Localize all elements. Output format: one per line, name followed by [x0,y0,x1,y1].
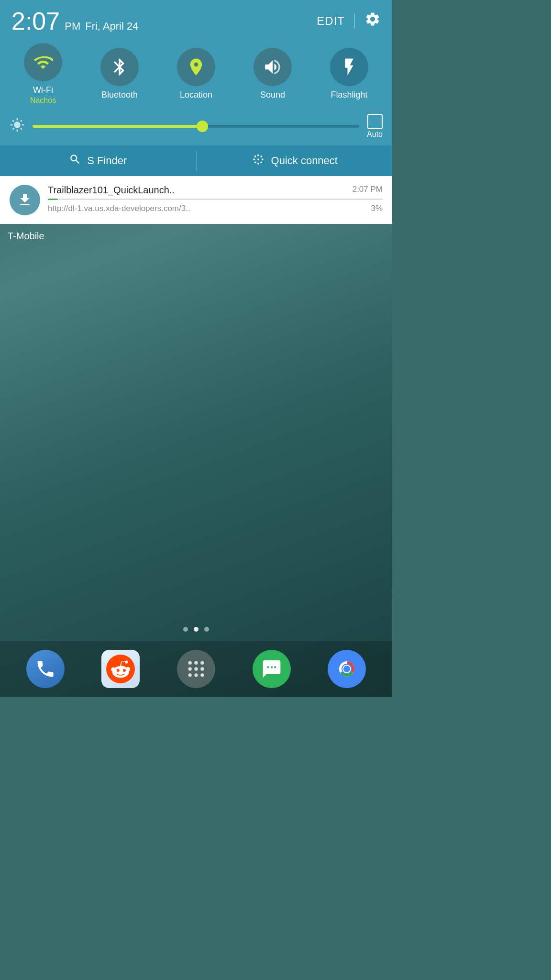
wifi-toggle[interactable]: Wi-Fi Nachos [24,43,62,105]
flashlight-label: Flashlight [331,90,367,100]
svg-point-5 [254,156,256,157]
svg-point-16 [188,673,191,677]
date-display: Fri, April 24 [85,20,138,33]
svg-point-8 [260,161,262,163]
dock-hangouts[interactable] [253,650,291,688]
page-dot-2[interactable] [194,627,198,632]
notification-percent: 3% [371,204,383,213]
svg-point-13 [188,667,191,670]
bluetooth-label: Bluetooth [101,90,138,100]
sound-circle [253,48,292,86]
wifi-label: Wi-Fi [33,85,53,95]
quick-connect-icon [251,152,265,169]
brightness-sun-icon [10,117,25,136]
toggles-row: Wi-Fi Nachos Bluetooth Loc [0,38,392,107]
bluetooth-toggle[interactable]: Bluetooth [100,48,139,100]
quick-connect-button[interactable]: Quick connect [197,145,393,176]
bluetooth-circle [100,48,139,86]
apps-icon [186,658,207,679]
location-toggle[interactable]: Location [177,48,215,100]
s-finder-button[interactable]: S Finder [0,145,196,176]
search-icon [69,153,81,168]
flashlight-toggle[interactable]: Flashlight [330,48,368,100]
flashlight-circle [330,48,368,86]
svg-point-15 [200,667,204,670]
notification-time: 2:07 PM [353,185,383,194]
quick-connect-label: Quick connect [271,155,338,167]
phone-icon [35,658,56,679]
notification-panel: 2:07 PM Fri, April 24 EDIT [0,0,392,248]
sound-toggle[interactable]: Sound [253,48,292,100]
page-dot-3[interactable] [204,627,209,632]
notification-url: http://dl-1.va.us.xda-developers.com/3.. [48,204,190,213]
reddit-icon [106,655,135,683]
quick-settings-panel: 2:07 PM Fri, April 24 EDIT [0,0,392,176]
wifi-network: Nachos [30,96,56,105]
svg-point-0 [257,158,259,160]
svg-point-7 [254,161,256,163]
svg-point-4 [257,163,259,165]
auto-label: Auto [367,130,383,139]
svg-point-12 [200,661,204,665]
notification-content: Trailblazer101_QuickLaunch.. 2:07 PM htt… [48,185,383,213]
s-finder-label: S Finder [87,155,127,167]
settings-icon[interactable] [364,11,381,31]
page-dot-1[interactable] [183,627,188,632]
sound-label: Sound [260,90,285,100]
auto-square-icon [367,114,383,129]
dock-app-drawer[interactable] [177,650,215,688]
hangouts-icon [261,658,282,679]
svg-point-23 [343,666,350,672]
dock [0,641,392,697]
divider [354,14,355,28]
home-screen [0,627,392,697]
clock-ampm: PM [65,20,80,33]
brightness-slider[interactable] [33,125,359,128]
page-indicators [0,627,392,632]
status-bar-right: EDIT [317,11,381,31]
svg-point-6 [260,156,262,157]
svg-point-2 [261,158,263,160]
notification-card[interactable]: Trailblazer101_QuickLaunch.. 2:07 PM htt… [0,176,392,224]
svg-point-10 [188,661,191,665]
svg-point-1 [253,158,255,160]
svg-point-3 [257,154,259,156]
dock-phone[interactable] [26,650,65,688]
brightness-row: Auto [0,107,392,145]
finder-bar: S Finder Quick [0,145,392,176]
notification-url-row: http://dl-1.va.us.xda-developers.com/3..… [48,204,383,213]
download-progress-fill [48,199,58,200]
notification-title: Trailblazer101_QuickLaunch.. [48,185,175,196]
dock-chrome[interactable] [328,650,366,688]
notification-icon [10,185,40,215]
edit-button[interactable]: EDIT [317,14,345,28]
status-bar: 2:07 PM Fri, April 24 EDIT [0,0,392,38]
svg-point-17 [194,673,198,677]
download-progress-bar [48,199,383,200]
location-label: Location [180,90,212,100]
auto-brightness-button[interactable]: Auto [367,114,383,139]
chrome-icon [328,650,366,688]
svg-point-18 [200,673,204,677]
clock-time: 2:07 [11,9,60,33]
location-circle [177,48,215,86]
brightness-fill [33,125,202,128]
status-bar-left: 2:07 PM Fri, April 24 [11,9,138,33]
carrier-label: T-Mobile [0,224,392,248]
svg-point-14 [194,667,198,670]
wifi-circle [24,43,62,81]
svg-point-11 [194,661,198,665]
brightness-thumb [197,121,208,132]
notification-header: Trailblazer101_QuickLaunch.. 2:07 PM [48,185,383,196]
dock-reddit[interactable] [101,650,140,688]
